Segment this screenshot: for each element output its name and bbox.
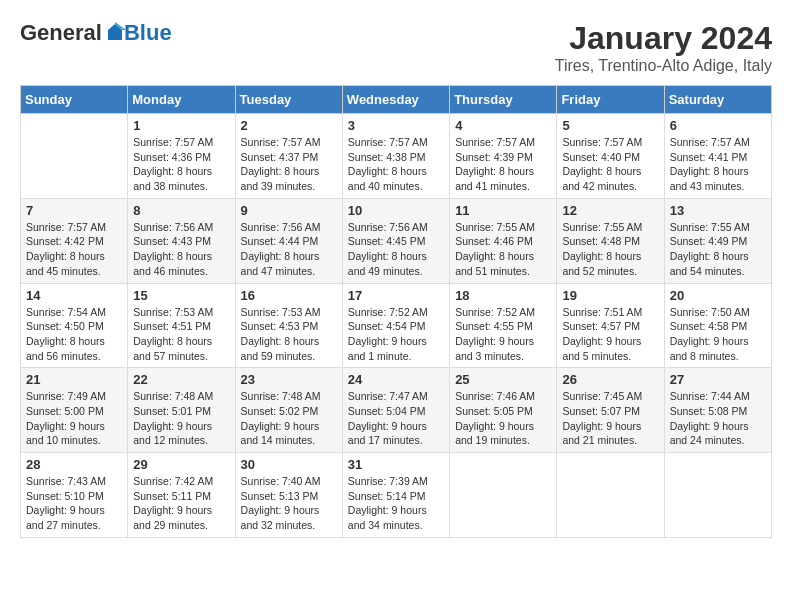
calendar-cell: 8Sunrise: 7:56 AM Sunset: 4:43 PM Daylig… [128,198,235,283]
calendar-cell: 25Sunrise: 7:46 AM Sunset: 5:05 PM Dayli… [450,368,557,453]
day-number: 20 [670,288,766,303]
day-info: Sunrise: 7:56 AM Sunset: 4:43 PM Dayligh… [133,220,229,279]
calendar-cell [21,114,128,199]
weekday-header-sunday: Sunday [21,86,128,114]
calendar-cell: 24Sunrise: 7:47 AM Sunset: 5:04 PM Dayli… [342,368,449,453]
calendar-cell [557,453,664,538]
day-info: Sunrise: 7:57 AM Sunset: 4:36 PM Dayligh… [133,135,229,194]
day-number: 14 [26,288,122,303]
day-number: 1 [133,118,229,133]
calendar-cell: 2Sunrise: 7:57 AM Sunset: 4:37 PM Daylig… [235,114,342,199]
weekday-header-monday: Monday [128,86,235,114]
logo-blue-text: Blue [124,20,172,46]
day-number: 29 [133,457,229,472]
day-info: Sunrise: 7:55 AM Sunset: 4:46 PM Dayligh… [455,220,551,279]
logo-icon [104,22,126,44]
day-number: 24 [348,372,444,387]
calendar-cell: 21Sunrise: 7:49 AM Sunset: 5:00 PM Dayli… [21,368,128,453]
day-info: Sunrise: 7:57 AM Sunset: 4:42 PM Dayligh… [26,220,122,279]
day-number: 15 [133,288,229,303]
day-number: 11 [455,203,551,218]
header: General Blue January 2024 Tires, Trentin… [20,20,772,75]
calendar-cell: 17Sunrise: 7:52 AM Sunset: 4:54 PM Dayli… [342,283,449,368]
calendar-cell: 18Sunrise: 7:52 AM Sunset: 4:55 PM Dayli… [450,283,557,368]
calendar-cell: 5Sunrise: 7:57 AM Sunset: 4:40 PM Daylig… [557,114,664,199]
day-number: 21 [26,372,122,387]
week-row-4: 21Sunrise: 7:49 AM Sunset: 5:00 PM Dayli… [21,368,772,453]
calendar-cell: 4Sunrise: 7:57 AM Sunset: 4:39 PM Daylig… [450,114,557,199]
calendar-cell: 9Sunrise: 7:56 AM Sunset: 4:44 PM Daylig… [235,198,342,283]
day-number: 23 [241,372,337,387]
calendar-cell: 1Sunrise: 7:57 AM Sunset: 4:36 PM Daylig… [128,114,235,199]
day-info: Sunrise: 7:51 AM Sunset: 4:57 PM Dayligh… [562,305,658,364]
day-info: Sunrise: 7:56 AM Sunset: 4:45 PM Dayligh… [348,220,444,279]
day-info: Sunrise: 7:57 AM Sunset: 4:41 PM Dayligh… [670,135,766,194]
day-number: 19 [562,288,658,303]
day-info: Sunrise: 7:54 AM Sunset: 4:50 PM Dayligh… [26,305,122,364]
calendar-cell: 10Sunrise: 7:56 AM Sunset: 4:45 PM Dayli… [342,198,449,283]
day-number: 2 [241,118,337,133]
week-row-1: 1Sunrise: 7:57 AM Sunset: 4:36 PM Daylig… [21,114,772,199]
day-number: 10 [348,203,444,218]
calendar-cell [450,453,557,538]
weekday-header-thursday: Thursday [450,86,557,114]
logo-general-text: General [20,20,102,46]
day-number: 28 [26,457,122,472]
day-info: Sunrise: 7:52 AM Sunset: 4:55 PM Dayligh… [455,305,551,364]
calendar-cell: 13Sunrise: 7:55 AM Sunset: 4:49 PM Dayli… [664,198,771,283]
day-info: Sunrise: 7:46 AM Sunset: 5:05 PM Dayligh… [455,389,551,448]
calendar-cell: 19Sunrise: 7:51 AM Sunset: 4:57 PM Dayli… [557,283,664,368]
calendar-cell: 3Sunrise: 7:57 AM Sunset: 4:38 PM Daylig… [342,114,449,199]
weekday-header-saturday: Saturday [664,86,771,114]
calendar-cell [664,453,771,538]
day-info: Sunrise: 7:55 AM Sunset: 4:49 PM Dayligh… [670,220,766,279]
month-title: January 2024 [555,20,772,57]
day-info: Sunrise: 7:57 AM Sunset: 4:38 PM Dayligh… [348,135,444,194]
day-number: 16 [241,288,337,303]
day-number: 13 [670,203,766,218]
calendar-cell: 20Sunrise: 7:50 AM Sunset: 4:58 PM Dayli… [664,283,771,368]
day-number: 12 [562,203,658,218]
day-info: Sunrise: 7:53 AM Sunset: 4:53 PM Dayligh… [241,305,337,364]
calendar-cell: 27Sunrise: 7:44 AM Sunset: 5:08 PM Dayli… [664,368,771,453]
day-info: Sunrise: 7:47 AM Sunset: 5:04 PM Dayligh… [348,389,444,448]
week-row-2: 7Sunrise: 7:57 AM Sunset: 4:42 PM Daylig… [21,198,772,283]
day-number: 18 [455,288,551,303]
day-info: Sunrise: 7:48 AM Sunset: 5:02 PM Dayligh… [241,389,337,448]
day-info: Sunrise: 7:40 AM Sunset: 5:13 PM Dayligh… [241,474,337,533]
day-info: Sunrise: 7:57 AM Sunset: 4:39 PM Dayligh… [455,135,551,194]
week-row-5: 28Sunrise: 7:43 AM Sunset: 5:10 PM Dayli… [21,453,772,538]
day-number: 9 [241,203,337,218]
day-info: Sunrise: 7:56 AM Sunset: 4:44 PM Dayligh… [241,220,337,279]
day-number: 5 [562,118,658,133]
day-number: 30 [241,457,337,472]
day-number: 22 [133,372,229,387]
weekday-header-friday: Friday [557,86,664,114]
day-number: 25 [455,372,551,387]
calendar-cell: 7Sunrise: 7:57 AM Sunset: 4:42 PM Daylig… [21,198,128,283]
calendar-cell: 15Sunrise: 7:53 AM Sunset: 4:51 PM Dayli… [128,283,235,368]
day-info: Sunrise: 7:55 AM Sunset: 4:48 PM Dayligh… [562,220,658,279]
day-number: 8 [133,203,229,218]
day-info: Sunrise: 7:49 AM Sunset: 5:00 PM Dayligh… [26,389,122,448]
day-info: Sunrise: 7:52 AM Sunset: 4:54 PM Dayligh… [348,305,444,364]
calendar-cell: 6Sunrise: 7:57 AM Sunset: 4:41 PM Daylig… [664,114,771,199]
calendar-cell: 12Sunrise: 7:55 AM Sunset: 4:48 PM Dayli… [557,198,664,283]
day-info: Sunrise: 7:45 AM Sunset: 5:07 PM Dayligh… [562,389,658,448]
day-number: 31 [348,457,444,472]
location-title: Tires, Trentino-Alto Adige, Italy [555,57,772,75]
weekday-header-wednesday: Wednesday [342,86,449,114]
calendar-cell: 16Sunrise: 7:53 AM Sunset: 4:53 PM Dayli… [235,283,342,368]
calendar-cell: 11Sunrise: 7:55 AM Sunset: 4:46 PM Dayli… [450,198,557,283]
day-info: Sunrise: 7:50 AM Sunset: 4:58 PM Dayligh… [670,305,766,364]
calendar-cell: 22Sunrise: 7:48 AM Sunset: 5:01 PM Dayli… [128,368,235,453]
day-info: Sunrise: 7:43 AM Sunset: 5:10 PM Dayligh… [26,474,122,533]
day-number: 7 [26,203,122,218]
day-number: 27 [670,372,766,387]
logo: General Blue [20,20,172,46]
calendar-cell: 30Sunrise: 7:40 AM Sunset: 5:13 PM Dayli… [235,453,342,538]
day-number: 17 [348,288,444,303]
day-info: Sunrise: 7:57 AM Sunset: 4:37 PM Dayligh… [241,135,337,194]
calendar-cell: 28Sunrise: 7:43 AM Sunset: 5:10 PM Dayli… [21,453,128,538]
day-info: Sunrise: 7:48 AM Sunset: 5:01 PM Dayligh… [133,389,229,448]
